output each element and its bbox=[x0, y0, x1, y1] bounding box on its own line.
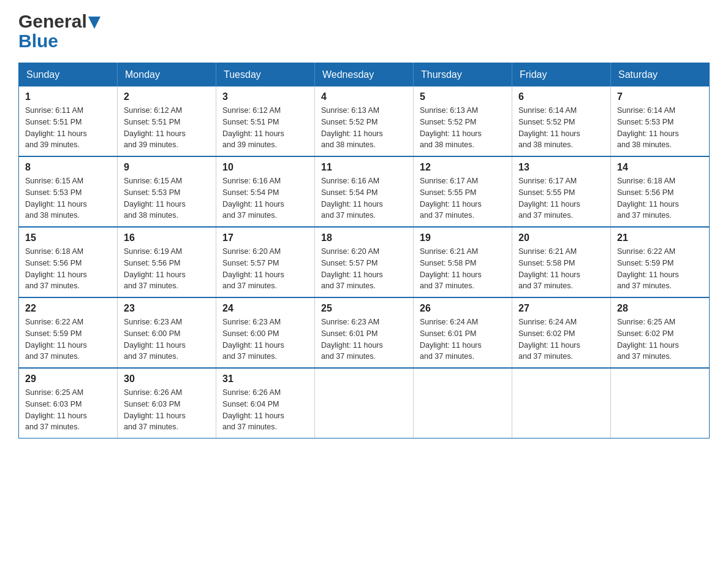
day-number: 16 bbox=[124, 232, 210, 243]
calendar-cell: 2Sunrise: 6:12 AMSunset: 5:51 PMDaylight… bbox=[118, 86, 216, 156]
header-monday: Monday bbox=[118, 63, 216, 87]
calendar-cell: 19Sunrise: 6:21 AMSunset: 5:58 PMDayligh… bbox=[414, 227, 512, 297]
day-info: Sunrise: 6:26 AMSunset: 6:03 PMDaylight:… bbox=[124, 387, 210, 433]
day-info: Sunrise: 6:21 AMSunset: 5:58 PMDaylight:… bbox=[518, 246, 604, 292]
logo: General Blue bbox=[18, 12, 100, 50]
day-info: Sunrise: 6:14 AMSunset: 5:53 PMDaylight:… bbox=[617, 105, 703, 151]
day-info: Sunrise: 6:20 AMSunset: 5:57 PMDaylight:… bbox=[222, 246, 308, 292]
day-number: 3 bbox=[222, 91, 308, 102]
calendar-cell: 4Sunrise: 6:13 AMSunset: 5:52 PMDaylight… bbox=[315, 86, 414, 156]
calendar-cell bbox=[611, 368, 710, 439]
day-info: Sunrise: 6:18 AMSunset: 5:56 PMDaylight:… bbox=[617, 175, 703, 221]
day-number: 14 bbox=[617, 162, 703, 173]
day-number: 17 bbox=[222, 232, 308, 243]
day-info: Sunrise: 6:19 AMSunset: 5:56 PMDaylight:… bbox=[124, 246, 210, 292]
calendar-table: SundayMondayTuesdayWednesdayThursdayFrid… bbox=[18, 63, 710, 439]
calendar-cell: 29Sunrise: 6:25 AMSunset: 6:03 PMDayligh… bbox=[19, 368, 118, 439]
calendar-cell: 3Sunrise: 6:12 AMSunset: 5:51 PMDaylight… bbox=[216, 86, 315, 156]
calendar-cell: 1Sunrise: 6:11 AMSunset: 5:51 PMDaylight… bbox=[19, 86, 118, 156]
calendar-cell: 20Sunrise: 6:21 AMSunset: 5:58 PMDayligh… bbox=[512, 227, 611, 297]
day-number: 27 bbox=[518, 303, 604, 314]
calendar-cell: 27Sunrise: 6:24 AMSunset: 6:02 PMDayligh… bbox=[512, 297, 611, 368]
day-info: Sunrise: 6:16 AMSunset: 5:54 PMDaylight:… bbox=[222, 175, 308, 221]
day-info: Sunrise: 6:16 AMSunset: 5:54 PMDaylight:… bbox=[321, 175, 407, 221]
day-number: 22 bbox=[25, 303, 111, 314]
day-number: 29 bbox=[25, 373, 111, 385]
calendar-week-row: 1Sunrise: 6:11 AMSunset: 5:51 PMDaylight… bbox=[19, 86, 710, 156]
day-info: Sunrise: 6:13 AMSunset: 5:52 PMDaylight:… bbox=[420, 105, 506, 151]
calendar-cell: 11Sunrise: 6:16 AMSunset: 5:54 PMDayligh… bbox=[315, 156, 414, 227]
header-thursday: Thursday bbox=[414, 63, 512, 87]
calendar-cell: 18Sunrise: 6:20 AMSunset: 5:57 PMDayligh… bbox=[315, 227, 414, 297]
calendar-week-row: 8Sunrise: 6:15 AMSunset: 5:53 PMDaylight… bbox=[19, 156, 710, 227]
header-sunday: Sunday bbox=[19, 63, 118, 87]
calendar-cell: 26Sunrise: 6:24 AMSunset: 6:01 PMDayligh… bbox=[414, 297, 512, 368]
calendar-cell: 12Sunrise: 6:17 AMSunset: 5:55 PMDayligh… bbox=[414, 156, 512, 227]
calendar-cell: 10Sunrise: 6:16 AMSunset: 5:54 PMDayligh… bbox=[216, 156, 315, 227]
calendar-week-row: 15Sunrise: 6:18 AMSunset: 5:56 PMDayligh… bbox=[19, 227, 710, 297]
calendar-header-row: SundayMondayTuesdayWednesdayThursdayFrid… bbox=[19, 63, 710, 87]
calendar-cell: 21Sunrise: 6:22 AMSunset: 5:59 PMDayligh… bbox=[611, 227, 710, 297]
day-number: 2 bbox=[124, 91, 210, 102]
calendar-week-row: 22Sunrise: 6:22 AMSunset: 5:59 PMDayligh… bbox=[19, 297, 710, 368]
logo-text-group: General Blue bbox=[18, 12, 100, 50]
logo-general-text: General bbox=[18, 12, 87, 31]
day-info: Sunrise: 6:22 AMSunset: 5:59 PMDaylight:… bbox=[25, 316, 111, 362]
calendar-cell: 25Sunrise: 6:23 AMSunset: 6:01 PMDayligh… bbox=[315, 297, 414, 368]
day-number: 21 bbox=[617, 232, 703, 243]
calendar-cell: 9Sunrise: 6:15 AMSunset: 5:53 PMDaylight… bbox=[118, 156, 216, 227]
calendar-cell: 16Sunrise: 6:19 AMSunset: 5:56 PMDayligh… bbox=[118, 227, 216, 297]
calendar-cell: 24Sunrise: 6:23 AMSunset: 6:00 PMDayligh… bbox=[216, 297, 315, 368]
day-number: 25 bbox=[321, 303, 407, 314]
day-info: Sunrise: 6:26 AMSunset: 6:04 PMDaylight:… bbox=[222, 387, 308, 433]
calendar-cell: 17Sunrise: 6:20 AMSunset: 5:57 PMDayligh… bbox=[216, 227, 315, 297]
day-info: Sunrise: 6:13 AMSunset: 5:52 PMDaylight:… bbox=[321, 105, 407, 151]
calendar-cell bbox=[512, 368, 611, 439]
day-number: 1 bbox=[25, 91, 111, 102]
calendar-week-row: 29Sunrise: 6:25 AMSunset: 6:03 PMDayligh… bbox=[19, 368, 710, 439]
day-info: Sunrise: 6:20 AMSunset: 5:57 PMDaylight:… bbox=[321, 246, 407, 292]
day-number: 28 bbox=[617, 303, 703, 314]
day-number: 12 bbox=[420, 162, 506, 173]
day-number: 13 bbox=[518, 162, 604, 173]
day-info: Sunrise: 6:25 AMSunset: 6:03 PMDaylight:… bbox=[25, 387, 111, 433]
calendar-cell: 28Sunrise: 6:25 AMSunset: 6:02 PMDayligh… bbox=[611, 297, 710, 368]
day-number: 7 bbox=[617, 91, 703, 102]
day-info: Sunrise: 6:23 AMSunset: 6:00 PMDaylight:… bbox=[124, 316, 210, 362]
header-saturday: Saturday bbox=[611, 63, 710, 87]
day-number: 8 bbox=[25, 162, 111, 173]
calendar-cell: 15Sunrise: 6:18 AMSunset: 5:56 PMDayligh… bbox=[19, 227, 118, 297]
calendar-cell: 13Sunrise: 6:17 AMSunset: 5:55 PMDayligh… bbox=[512, 156, 611, 227]
day-number: 11 bbox=[321, 162, 407, 173]
header-tuesday: Tuesday bbox=[216, 63, 315, 87]
day-number: 10 bbox=[222, 162, 308, 173]
day-info: Sunrise: 6:22 AMSunset: 5:59 PMDaylight:… bbox=[617, 246, 703, 292]
calendar-cell: 22Sunrise: 6:22 AMSunset: 5:59 PMDayligh… bbox=[19, 297, 118, 368]
day-info: Sunrise: 6:15 AMSunset: 5:53 PMDaylight:… bbox=[25, 175, 111, 221]
day-info: Sunrise: 6:24 AMSunset: 6:02 PMDaylight:… bbox=[518, 316, 604, 362]
calendar-cell: 14Sunrise: 6:18 AMSunset: 5:56 PMDayligh… bbox=[611, 156, 710, 227]
header-friday: Friday bbox=[512, 63, 611, 87]
header-wednesday: Wednesday bbox=[315, 63, 414, 87]
day-number: 9 bbox=[124, 162, 210, 173]
day-number: 26 bbox=[420, 303, 506, 314]
day-number: 15 bbox=[25, 232, 111, 243]
day-info: Sunrise: 6:21 AMSunset: 5:58 PMDaylight:… bbox=[420, 246, 506, 292]
day-number: 31 bbox=[222, 373, 308, 385]
day-number: 23 bbox=[124, 303, 210, 314]
day-number: 30 bbox=[124, 373, 210, 385]
svg-marker-0 bbox=[88, 17, 100, 29]
day-number: 4 bbox=[321, 91, 407, 102]
day-number: 6 bbox=[518, 91, 604, 102]
day-info: Sunrise: 6:18 AMSunset: 5:56 PMDaylight:… bbox=[25, 246, 111, 292]
day-info: Sunrise: 6:11 AMSunset: 5:51 PMDaylight:… bbox=[25, 105, 111, 151]
calendar-cell bbox=[315, 368, 414, 439]
day-info: Sunrise: 6:14 AMSunset: 5:52 PMDaylight:… bbox=[518, 105, 604, 151]
calendar-cell: 8Sunrise: 6:15 AMSunset: 5:53 PMDaylight… bbox=[19, 156, 118, 227]
logo-triangle-icon bbox=[88, 17, 100, 29]
calendar-cell: 7Sunrise: 6:14 AMSunset: 5:53 PMDaylight… bbox=[611, 86, 710, 156]
day-info: Sunrise: 6:12 AMSunset: 5:51 PMDaylight:… bbox=[222, 105, 308, 151]
calendar-cell: 6Sunrise: 6:14 AMSunset: 5:52 PMDaylight… bbox=[512, 86, 611, 156]
page-header: General Blue bbox=[18, 12, 710, 50]
day-number: 24 bbox=[222, 303, 308, 314]
